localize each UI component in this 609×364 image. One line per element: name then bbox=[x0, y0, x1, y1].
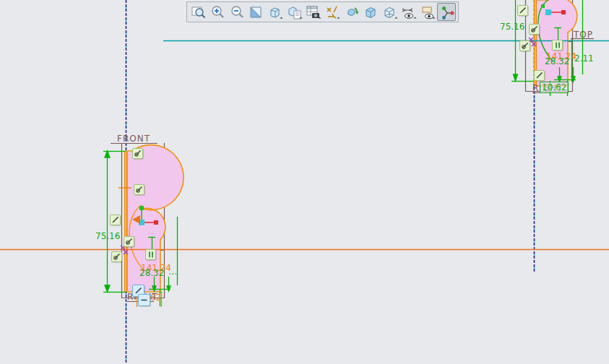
pencil-handle-icon[interactable] bbox=[517, 5, 528, 16]
top-extra-dimension[interactable]: 2.11 bbox=[574, 53, 594, 64]
sketch-canvas bbox=[0, 0, 609, 364]
shaded-display-icon[interactable] bbox=[361, 3, 379, 21]
reorient-view-icon[interactable] bbox=[342, 3, 360, 21]
top-width-dimension-green[interactable]: 28.32 bbox=[545, 56, 569, 66]
modify-dim-handle-icon[interactable] bbox=[111, 251, 122, 262]
annotation-display-icon[interactable] bbox=[399, 3, 418, 21]
front-height-dimension[interactable]: 75.16 bbox=[95, 231, 120, 241]
top-height-dimension[interactable]: 75.16 bbox=[500, 22, 524, 32]
top-offset-dimension-selected[interactable]: 10.62 bbox=[540, 82, 569, 93]
parallel-constraint-icon[interactable] bbox=[145, 249, 156, 260]
zoom-in-icon[interactable] bbox=[208, 3, 226, 21]
spin-center-icon[interactable] bbox=[437, 3, 455, 21]
view-manager-icon[interactable] bbox=[285, 3, 303, 21]
modify-dim-handle-icon[interactable] bbox=[134, 184, 144, 195]
front-view-label[interactable]: FRONT bbox=[117, 134, 150, 144]
zoom-out-icon[interactable] bbox=[228, 3, 246, 21]
capture-table-icon[interactable] bbox=[304, 3, 322, 21]
top-view-label[interactable]: TOP bbox=[574, 30, 593, 40]
datum-display-icon[interactable] bbox=[323, 3, 341, 21]
pencil-handle-icon[interactable] bbox=[110, 214, 121, 225]
front-width-dimension-green[interactable]: 28.32 bbox=[139, 268, 164, 278]
parallel-constraint-icon[interactable] bbox=[552, 40, 563, 51]
modify-dim-handle-icon[interactable] bbox=[519, 40, 530, 51]
tag-display-icon[interactable] bbox=[418, 3, 436, 21]
modify-dim-handle-icon[interactable] bbox=[132, 148, 143, 159]
zoom-window-icon[interactable] bbox=[189, 3, 207, 21]
modify-dim-handle-icon[interactable] bbox=[124, 236, 134, 247]
modify-dim-handle-icon[interactable] bbox=[529, 24, 540, 35]
horizontal-constraint-selected-icon[interactable] bbox=[138, 294, 150, 306]
named-views-icon[interactable] bbox=[266, 3, 284, 21]
view-toolbar bbox=[186, 1, 459, 22]
repaint-icon[interactable] bbox=[246, 3, 264, 21]
front-dimension-dots: ⋯ bbox=[168, 269, 177, 279]
wireframe-display-icon[interactable] bbox=[380, 3, 398, 21]
pencil-handle-icon[interactable] bbox=[534, 70, 545, 81]
